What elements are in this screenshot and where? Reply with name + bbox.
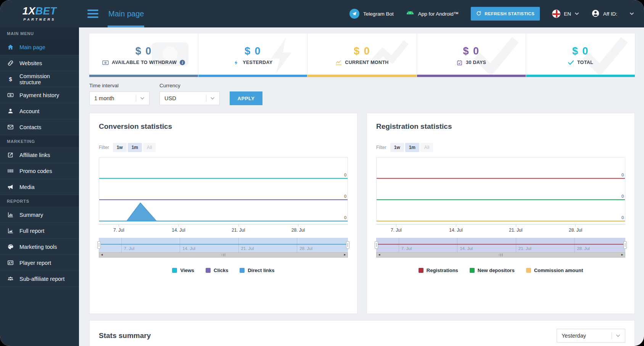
hamburger-menu-icon[interactable] (87, 10, 98, 18)
sidebar-item-main-page[interactable]: Main page (0, 39, 79, 55)
sidebar-item-player-report[interactable]: Player report (0, 255, 79, 271)
chevron-down-icon (575, 12, 579, 15)
sidebar-item-full-report[interactable]: Full report (0, 223, 79, 239)
card-total[interactable]: $ 0 TOTAL (526, 34, 635, 77)
conversion-range-navigator[interactable]: 7. Jul 14. Jul 21. Jul 28. Jul (99, 238, 348, 252)
registration-range-navigator[interactable]: 7. Jul 14. Jul 21. Jul 28. Jul (376, 238, 625, 252)
scroll-right-icon[interactable]: ► (343, 253, 346, 256)
filter-1m-button[interactable]: 1m (405, 143, 419, 152)
sidebar-item-label: Sub-affiliate report (19, 276, 64, 282)
card-accent-bar (308, 75, 416, 77)
sidebar-item-commission-structure[interactable]: $ Commission structure (0, 71, 79, 87)
clicks-swatch (206, 268, 211, 273)
sidebar-item-account[interactable]: Account (0, 103, 79, 119)
filter-1m-button[interactable]: 1m (128, 143, 142, 152)
stat-cards-row: $ 0 AVAILABLE TO WITHDRAW i $ 0 YESTERDA… (89, 34, 635, 77)
card-30-days[interactable]: $ 0 30 DAYS (417, 34, 526, 77)
legend-registrations[interactable]: Registrations (419, 268, 458, 273)
navigator-tick-label: 28. Jul (577, 246, 590, 251)
filter-all-button[interactable]: All (143, 143, 156, 152)
legend-new-depositors[interactable]: New depositors (470, 268, 515, 273)
check-watermark-icon (473, 36, 519, 77)
android-app-label: App for Android™ (418, 11, 459, 17)
language-selector[interactable]: EN (552, 10, 579, 18)
megaphone-icon (7, 184, 14, 190)
brand-logo[interactable]: 1XBET PARTNERS (0, 0, 79, 27)
navigator-right-handle[interactable] (346, 241, 349, 249)
sidebar-item-summary[interactable]: Summary (0, 207, 79, 223)
x-tick-label: 14. Jul (172, 227, 185, 233)
sidebar-item-marketing-tools[interactable]: Marketing tools (0, 239, 79, 255)
time-interval-select[interactable]: 1 month (89, 91, 150, 105)
conversion-chart: 0 0 0 7. Jul 14. Jul (99, 157, 348, 258)
bar-chart-icon (7, 211, 14, 218)
legend-views[interactable]: Views (172, 268, 194, 273)
x-tick-label: 7. Jul (113, 227, 124, 233)
sidebar-item-contacts[interactable]: Contacts (0, 119, 79, 135)
scrollbar-grip[interactable] (499, 254, 502, 256)
card-accent-bar (417, 75, 526, 77)
card-value: $ 0 (354, 45, 370, 57)
telegram-icon (349, 9, 359, 19)
scrollbar-grip[interactable] (222, 254, 225, 256)
filter-label: Filter (99, 145, 109, 150)
registration-filter-row: Filter 1w 1m All (376, 143, 625, 152)
filter-1w-button[interactable]: 1w (390, 143, 404, 152)
apply-button[interactable]: APPLY (230, 91, 262, 105)
trend-watermark-icon (368, 36, 410, 75)
banknote-watermark-icon (149, 36, 191, 74)
registration-scrollbar[interactable]: ◄ ► (376, 252, 625, 258)
navigator-right-handle[interactable] (623, 241, 627, 249)
card-available-to-withdraw[interactable]: $ 0 AVAILABLE TO WITHDRAW i (89, 34, 198, 77)
info-icon[interactable]: i (180, 60, 185, 65)
card-yesterday[interactable]: $ 0 YESTERDAY (198, 34, 308, 77)
sidebar-item-payment-history[interactable]: Payment history (0, 87, 79, 103)
lightning-icon (233, 60, 240, 66)
sidebar-item-media[interactable]: Media (0, 179, 79, 195)
navigator-tick-label: 21. Jul (518, 246, 531, 251)
navigator-left-handle[interactable] (375, 241, 378, 249)
registration-x-axis: 7. Jul 14. Jul 21. Jul 28. Jul (376, 224, 625, 235)
sidebar-section-reports: REPORTS (0, 195, 79, 207)
conversion-scrollbar[interactable]: ◄ ► (99, 252, 348, 258)
android-app-link[interactable]: App for Android™ (406, 10, 459, 18)
group-icon (7, 276, 14, 282)
check-watermark-icon (582, 36, 628, 77)
filter-all-button[interactable]: All (420, 143, 433, 152)
legend-commission-amount[interactable]: Commission amount (526, 268, 583, 273)
conversion-filter-row: Filter 1w 1m All (99, 143, 348, 152)
card-current-month[interactable]: $ 0 CURRENT MONTH (308, 34, 417, 77)
sidebar-item-label: Payment history (19, 92, 59, 98)
sidebar-item-promo-codes[interactable]: Promo codes (0, 163, 79, 179)
direct-links-series-line (99, 221, 348, 221)
stats-summary-header: Stats summary Yesterday (99, 329, 625, 343)
sidebar-item-sub-affiliate-report[interactable]: Sub-affiliate report (0, 271, 79, 287)
card-label: TOTAL (568, 60, 593, 66)
person-icon (7, 108, 14, 114)
refresh-statistics-button[interactable]: REFRESH STATISTICS (471, 7, 540, 21)
legend-direct-links[interactable]: Direct links (240, 268, 274, 273)
new-depositors-swatch (470, 268, 475, 273)
panel-title: Registration statistics (376, 122, 625, 131)
card-value: $ 0 (135, 45, 152, 57)
android-icon (406, 10, 414, 18)
account-chevron-down-icon[interactable] (630, 12, 634, 15)
filter-1w-button[interactable]: 1w (113, 143, 127, 152)
scroll-right-icon[interactable]: ► (621, 253, 624, 256)
axis-value: 0 (344, 173, 346, 177)
sidebar-item-affiliate-links[interactable]: Affiliate links (0, 147, 79, 163)
currency-select[interactable]: USD (159, 91, 220, 105)
telegram-bot-link[interactable]: Telegram Bot (349, 9, 394, 19)
commission-amount-series-line (377, 221, 625, 221)
navigator-left-handle[interactable] (97, 241, 101, 249)
axis-value: 0 (621, 194, 624, 199)
affiliate-id-menu[interactable]: Aff ID: (591, 9, 617, 19)
period-select[interactable]: Yesterday (557, 329, 625, 343)
scroll-left-icon[interactable]: ◄ (378, 253, 381, 256)
direct-links-swatch (240, 268, 245, 273)
aff-id-label: Aff ID: (603, 11, 617, 17)
scroll-left-icon[interactable]: ◄ (100, 253, 103, 256)
legend-clicks[interactable]: Clicks (206, 268, 228, 273)
navigator-tick-label: 14. Jul (182, 246, 195, 251)
sidebar-item-websites[interactable]: Websites (0, 55, 79, 71)
